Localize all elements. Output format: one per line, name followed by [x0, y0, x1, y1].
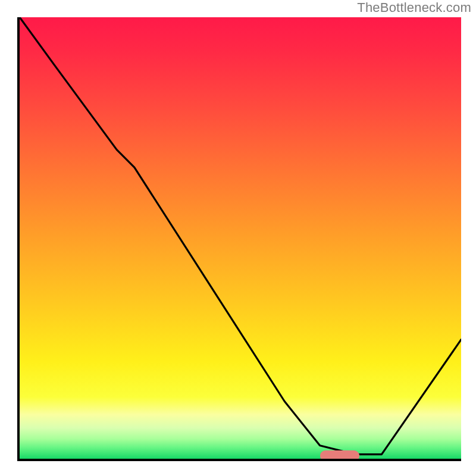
attribution-text: TheBottleneck.com [357, 0, 471, 15]
optimal-range-marker [320, 450, 360, 461]
bottleneck-curve [20, 17, 461, 459]
plot-area [17, 17, 461, 461]
chart-frame: TheBottleneck.com [0, 0, 476, 476]
